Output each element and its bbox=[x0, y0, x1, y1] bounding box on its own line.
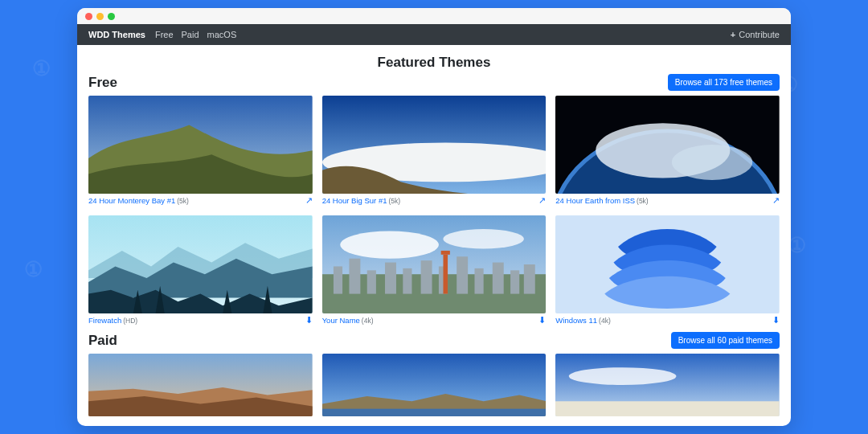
card-link[interactable]: Firewatch bbox=[88, 316, 121, 325]
browse-free-button[interactable]: Browse all 173 free themes bbox=[668, 74, 780, 91]
svg-rect-18 bbox=[420, 260, 432, 293]
svg-rect-33 bbox=[555, 401, 780, 416]
free-grid: 24 Hour Monterey Bay #1(5k) ↗ bbox=[88, 96, 780, 326]
thumb-firewatch[interactable] bbox=[88, 215, 313, 313]
svg-rect-23 bbox=[510, 270, 519, 293]
card-paid-2[interactable] bbox=[322, 354, 547, 416]
card-link[interactable]: 24 Hour Big Sur #1 bbox=[322, 196, 387, 205]
thumb-bigsur[interactable] bbox=[322, 96, 547, 194]
minimize-icon[interactable] bbox=[96, 13, 104, 20]
section-free: Free Browse all 173 free themes bbox=[77, 74, 791, 326]
external-icon[interactable]: ↗ bbox=[772, 195, 780, 206]
section-paid-heading: Paid bbox=[88, 333, 117, 349]
download-icon[interactable]: ⬇ bbox=[772, 315, 780, 326]
card-res: (HD) bbox=[123, 317, 137, 325]
titlebar bbox=[77, 8, 791, 24]
thumb-paid-3[interactable] bbox=[555, 354, 780, 416]
page-title: Featured Themes bbox=[77, 55, 791, 71]
card-res: (5k) bbox=[177, 197, 189, 205]
card-res: (4k) bbox=[599, 317, 611, 325]
card-link[interactable]: Windows 11 bbox=[555, 316, 597, 325]
svg-point-32 bbox=[569, 367, 677, 385]
thumb-windows11[interactable] bbox=[555, 215, 780, 313]
svg-rect-22 bbox=[492, 263, 503, 294]
svg-rect-20 bbox=[457, 256, 468, 293]
svg-rect-15 bbox=[366, 270, 375, 293]
plus-icon bbox=[731, 30, 735, 39]
close-icon[interactable] bbox=[85, 13, 92, 20]
brand[interactable]: WDD Themes bbox=[88, 30, 145, 39]
svg-rect-26 bbox=[440, 251, 449, 255]
svg-rect-14 bbox=[349, 259, 360, 294]
card-windows11[interactable]: Windows 11(4k) ⬇ bbox=[555, 215, 780, 326]
section-paid: Paid Browse all 60 paid themes bbox=[77, 332, 791, 416]
viewport: WDD Themes Free Paid macOS Contribute Fe… bbox=[77, 24, 791, 426]
navbar: WDD Themes Free Paid macOS Contribute bbox=[77, 24, 791, 45]
svg-rect-17 bbox=[403, 268, 411, 294]
svg-rect-13 bbox=[334, 266, 342, 293]
card-paid-3[interactable] bbox=[555, 354, 780, 416]
svg-point-10 bbox=[340, 231, 439, 259]
external-icon[interactable]: ↗ bbox=[305, 195, 313, 206]
card-link[interactable]: 24 Hour Monterey Bay #1 bbox=[88, 196, 175, 205]
contribute-label: Contribute bbox=[739, 30, 780, 39]
download-icon[interactable]: ⬇ bbox=[538, 315, 546, 326]
external-icon[interactable]: ↗ bbox=[538, 195, 546, 206]
app-window: WDD Themes Free Paid macOS Contribute Fe… bbox=[77, 8, 791, 426]
card-link[interactable]: 24 Hour Earth from ISS bbox=[555, 196, 635, 205]
card-res: (5k) bbox=[637, 197, 649, 205]
card-bigsur[interactable]: 24 Hour Big Sur #1(5k) ↗ bbox=[322, 96, 547, 206]
svg-rect-16 bbox=[385, 263, 396, 294]
contribute-link[interactable]: Contribute bbox=[731, 30, 780, 39]
card-your-name[interactable]: Your Name(4k) ⬇ bbox=[322, 215, 547, 326]
card-paid-1[interactable] bbox=[88, 354, 313, 416]
svg-rect-30 bbox=[322, 409, 547, 416]
nav-link-free[interactable]: Free bbox=[155, 30, 174, 39]
nav-link-macos[interactable]: macOS bbox=[207, 30, 237, 39]
download-icon[interactable]: ⬇ bbox=[305, 315, 313, 326]
svg-point-7 bbox=[672, 145, 752, 180]
svg-rect-24 bbox=[523, 264, 534, 294]
card-monterey[interactable]: 24 Hour Monterey Bay #1(5k) ↗ bbox=[88, 96, 313, 206]
svg-point-11 bbox=[443, 229, 523, 248]
maximize-icon[interactable] bbox=[108, 13, 115, 20]
nav-link-paid[interactable]: Paid bbox=[182, 30, 199, 39]
paid-grid bbox=[88, 354, 780, 416]
card-earth-iss[interactable]: 24 Hour Earth from ISS(5k) ↗ bbox=[555, 96, 780, 206]
thumb-earth-iss[interactable] bbox=[555, 96, 780, 194]
card-link[interactable]: Your Name bbox=[322, 316, 360, 325]
svg-rect-25 bbox=[443, 255, 448, 294]
card-res: (4k) bbox=[362, 317, 374, 325]
svg-rect-21 bbox=[474, 268, 483, 294]
thumb-paid-2[interactable] bbox=[322, 354, 547, 416]
section-free-heading: Free bbox=[88, 75, 117, 91]
card-res: (5k) bbox=[388, 197, 400, 205]
thumb-monterey[interactable] bbox=[88, 96, 313, 194]
card-firewatch[interactable]: Firewatch(HD) ⬇ bbox=[88, 215, 313, 326]
thumb-your-name[interactable] bbox=[322, 215, 547, 313]
browse-paid-button[interactable]: Browse all 60 paid themes bbox=[671, 332, 780, 349]
thumb-paid-1[interactable] bbox=[88, 354, 313, 416]
